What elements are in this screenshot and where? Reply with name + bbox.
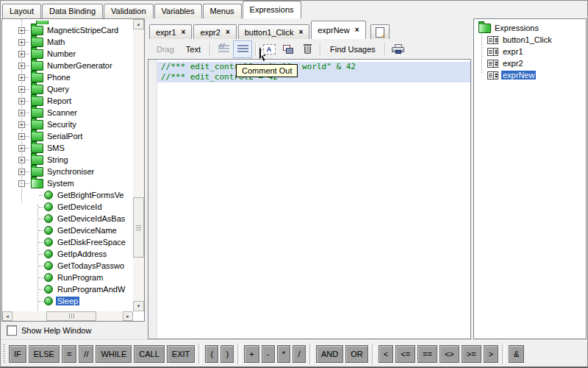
drag-mode-button[interactable]: Drag <box>151 45 180 54</box>
tree-item-getipaddress[interactable]: GetIpAddress <box>2 248 133 260</box>
toolbar-gripper[interactable] <box>3 344 5 364</box>
find-usages-button[interactable]: Find Usages <box>324 45 381 54</box>
keyword-greater-equal-button[interactable]: >= <box>462 345 481 363</box>
spin-up-icon <box>495 73 498 75</box>
folder-icon <box>31 120 43 130</box>
keyword-less-equal-button[interactable]: <= <box>395 345 415 363</box>
scroll-up-icon[interactable]: ▲ <box>133 19 144 29</box>
function-tree-viewport[interactable]: +MagneticStripeCard +Math +Number +Numbe… <box>2 19 133 311</box>
tab-variables[interactable]: Variables <box>154 4 202 18</box>
scroll-down-icon[interactable]: ▼ <box>133 301 144 311</box>
function-icon <box>44 214 53 223</box>
tree-connector <box>39 289 43 290</box>
replace-button[interactable] <box>279 40 298 58</box>
tree-item-gettodayspasswo[interactable]: GetTodaysPasswo <box>2 260 133 272</box>
close-icon[interactable]: × <box>226 29 230 36</box>
editor-tab-button1-click[interactable]: button1_Click× <box>238 24 310 39</box>
code-content[interactable]: //*** edit_control1 = "hello world" & 42… <box>157 62 470 82</box>
tree-item-runprogram[interactable]: RunProgram <box>2 272 133 283</box>
keyword-while-button[interactable]: WHILE <box>96 345 132 363</box>
vertical-scrollbar[interactable]: ▲ ▼ <box>133 19 144 311</box>
tree-item-getdiskfreespace[interactable]: GetDiskFreeSpace <box>2 236 133 248</box>
keyword-else-button[interactable]: ELSE <box>29 345 60 363</box>
new-expression-tab-button[interactable]: ✳ <box>370 24 390 39</box>
tab-menus[interactable]: Menus <box>203 4 242 18</box>
function-tree[interactable]: +MagneticStripeCard +Math +Number +Numbe… <box>1 18 145 322</box>
scroll-left-icon[interactable]: ◄ <box>2 311 12 321</box>
new-expression-icon: ✳ <box>376 27 384 38</box>
open-folder-icon <box>31 179 43 188</box>
editor-tab-label: button1_Click <box>245 28 294 37</box>
expression-item-exprnew-selected[interactable]: exprNew <box>474 69 586 81</box>
tab-expressions[interactable]: Expressions <box>243 1 301 18</box>
tree-connector <box>39 219 43 219</box>
code-line-2[interactable]: //*** edit_control2 = 42 <box>157 72 470 82</box>
comment-button[interactable] <box>214 40 233 58</box>
show-help-checkbox[interactable] <box>7 325 17 336</box>
keyword-exit-button[interactable]: EXIT <box>167 345 195 363</box>
close-icon[interactable]: × <box>355 26 359 34</box>
keyword-comment-button[interactable]: // <box>79 345 93 363</box>
editor-tab-expr2[interactable]: expr2× <box>193 24 236 39</box>
tree-item-label: GetDeviceIdAsBas <box>56 214 126 223</box>
scroll-right-icon[interactable]: ► <box>123 311 133 321</box>
comment-out-button[interactable] <box>233 40 252 58</box>
editor-tab-exprnew-active[interactable]: exprNew× <box>311 21 365 39</box>
keyword-minus-button[interactable]: - <box>262 345 275 363</box>
delete-button[interactable] <box>298 40 317 58</box>
keyword-divide-button[interactable]: / <box>293 345 306 363</box>
print-button[interactable] <box>389 40 408 58</box>
expression-icon-spinner <box>494 36 498 44</box>
tree-item-label: Security <box>46 120 78 129</box>
main-tab-bar: Layout Data Binding Validation Variables… <box>0 0 588 18</box>
keyword-multiply-button[interactable]: * <box>277 345 290 363</box>
tree-item-getdeviceidasbas[interactable]: GetDeviceIdAsBas <box>2 213 133 224</box>
vertical-scroll-thumb[interactable] <box>133 197 144 258</box>
expression-icon <box>487 36 498 44</box>
close-icon[interactable]: × <box>182 29 186 36</box>
tree-item-label: Scanner <box>46 108 79 117</box>
tree-item-label: RunProgramAndW <box>56 285 126 294</box>
code-editor[interactable]: //*** edit_control1 = "hello world" & 42… <box>148 59 471 339</box>
tab-validation[interactable]: Validation <box>104 4 154 18</box>
expression-item-button1-click[interactable]: button1_Click <box>474 34 586 46</box>
close-icon[interactable]: × <box>298 29 303 36</box>
expression-item-expr1[interactable]: expr1 <box>474 46 586 57</box>
tree-item-label: NumberGenerator <box>46 61 114 70</box>
tab-data-binding[interactable]: Data Binding <box>42 4 103 18</box>
tree-connector <box>25 160 29 160</box>
keyword-call-button[interactable]: CALL <box>134 345 165 363</box>
tab-layout[interactable]: Layout <box>2 4 41 18</box>
keyword-open-paren-button[interactable]: ( <box>205 345 218 363</box>
code-line-1[interactable]: //*** edit_control1 = "hello world" & 42 <box>157 62 470 72</box>
tree-connector <box>39 207 43 208</box>
keyword-not-equal-button[interactable]: <> <box>440 345 459 363</box>
horizontal-scroll-thumb[interactable] <box>46 311 96 321</box>
folder-icon <box>31 132 43 141</box>
keyword-plus-button[interactable]: + <box>244 345 259 363</box>
keyword-or-button[interactable]: OR <box>345 345 368 363</box>
text-mode-button[interactable]: Text <box>180 45 207 54</box>
keyword-greater-button[interactable]: > <box>484 345 498 363</box>
keyword-close-paren-button[interactable]: ) <box>220 345 234 363</box>
tree-item-getdevicename[interactable]: GetDeviceName <box>2 224 133 236</box>
expression-item-expr2[interactable]: expr2 <box>474 57 586 69</box>
tree-item-sleep-selected[interactable]: Sleep <box>2 295 133 307</box>
show-help-row: Show Help Window <box>1 322 145 339</box>
keyword-if-button[interactable]: IF <box>9 345 26 363</box>
show-help-label: Show Help Window <box>21 326 91 335</box>
tree-item-runprogramandw[interactable]: RunProgramAndW <box>2 283 133 295</box>
editor-tab-expr1[interactable]: expr1× <box>149 24 192 39</box>
folder-icon <box>31 108 43 118</box>
expressions-list-panel[interactable]: Expressions button1_Click expr1 expr2 ex… <box>473 18 587 339</box>
expression-icon <box>487 60 498 68</box>
keyword-and-button[interactable]: AND <box>316 345 343 363</box>
expressions-root-item[interactable]: Expressions <box>474 22 586 34</box>
expression-icon-spinner <box>494 60 498 68</box>
keyword-less-button[interactable]: < <box>379 345 393 363</box>
keyword-ampersand-button[interactable]: & <box>509 345 524 363</box>
horizontal-scrollbar[interactable]: ◄ ► <box>2 311 133 321</box>
keyword-equal-button[interactable]: == <box>417 345 437 363</box>
keyword-assign-button[interactable]: = <box>62 345 76 363</box>
tree-item-label: GetIpAddress <box>56 250 108 258</box>
